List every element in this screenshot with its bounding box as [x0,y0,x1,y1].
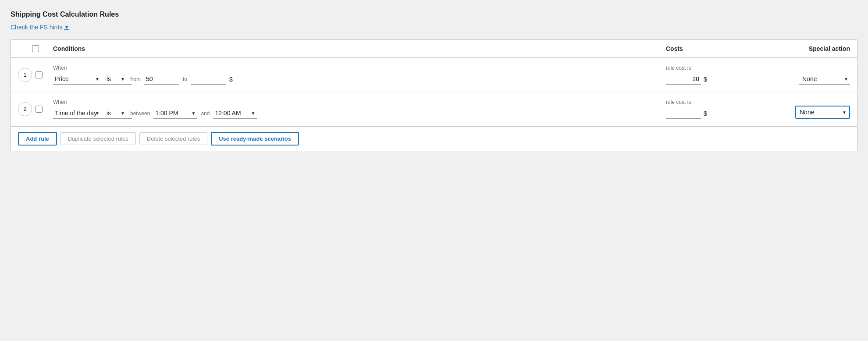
cost-currency-2: $ [704,110,707,117]
when-label-2: When [53,99,666,105]
when-label-1: When [53,65,666,71]
and-label-2: and [201,110,210,117]
condition-controls-1: Price Time of the day Weight ▼ is is not… [53,74,666,85]
rule-2-conditions: When Price Time of the day Weight ▼ is i… [53,99,666,119]
rules-table: Conditions Costs Special action 1 When P… [11,39,857,151]
rule-2-costs: rule cost is $ [666,99,762,119]
add-rule-button[interactable]: Add rule [18,132,57,146]
rule-number-1: 1 [18,68,32,82]
condition-type-wrapper-1: Price Time of the day Weight ▼ [53,74,101,85]
special-action-select-1[interactable]: None Free shipping [799,74,850,85]
costs-controls-1: $ [666,74,762,85]
table-footer: Add rule Duplicate selected rules Delete… [11,126,857,151]
table-header: Conditions Costs Special action [11,40,857,58]
to-value-input-1[interactable] [191,74,226,85]
delete-rules-button[interactable]: Delete selected rules [139,132,207,145]
duplicate-rules-button[interactable]: Duplicate selected rules [60,132,136,145]
rule-cost-label-1: rule cost is [666,65,762,71]
condition-type-select-1[interactable]: Price Time of the day Weight [53,74,107,85]
condition-type-wrapper-2: Price Time of the day Weight ▼ [53,108,101,119]
operator-wrapper-2: is is not ▼ [105,108,127,119]
rule-number-2: 2 [18,102,32,116]
rule-1-conditions: When Price Time of the day Weight ▼ is i… [53,65,666,85]
row-index-area-2: 2 [18,102,53,116]
operator-select-1[interactable]: is is not [105,74,132,85]
from-time-wrapper-2: 12:00 AM 1:00 PM 2:00 PM ▼ [153,108,197,119]
from-value-input-1[interactable] [144,74,179,85]
condition-type-select-2[interactable]: Price Time of the day Weight [53,108,107,119]
from-time-select-2[interactable]: 12:00 AM 1:00 PM 2:00 PM [153,108,197,119]
special-select-wrapper-1: None Free shipping ▼ [799,74,850,85]
rule-1-checkbox[interactable] [36,71,43,78]
condition-controls-2: Price Time of the day Weight ▼ is is not… [53,108,666,119]
header-checkbox-area [18,45,53,52]
page-title: Shipping Cost Calculation Rules [11,11,857,18]
to-time-wrapper-2: 12:00 AM 1:00 PM ▼ [213,108,257,119]
to-label-1: to [183,76,187,82]
rule-cost-label-2: rule cost is [666,99,762,105]
costs-column-header: Costs [666,45,762,52]
rule-1-special-action: None Free shipping ▼ [762,65,850,85]
costs-controls-2: $ [666,108,762,119]
use-scenarios-button[interactable]: Use ready-made scenarios [211,132,299,146]
special-action-select-2[interactable]: None Free shipping [795,106,850,119]
row-index-area-1: 1 [18,68,53,82]
rule-2-special-action: None Free shipping ▼ [762,99,850,119]
rule-1-costs: rule cost is $ [666,65,762,85]
cost-currency-1: $ [704,76,707,83]
fs-hints-text: Check the FS hints [11,24,62,31]
operator-select-2[interactable]: is is not [105,108,132,119]
operator-wrapper-1: is is not ▼ [105,74,127,85]
to-currency-1: $ [229,76,233,83]
rule-row-2: 2 When Price Time of the day Weight ▼ i [11,92,857,126]
special-action-column-header: Special action [762,45,850,52]
cost-value-input-2[interactable] [666,108,701,119]
cost-value-input-1[interactable] [666,74,701,85]
rule-2-checkbox[interactable] [36,106,43,113]
fs-hints-link[interactable]: Check the FS hints ▼ [11,24,69,31]
select-all-checkbox[interactable] [32,45,39,52]
special-select-wrapper-2: None Free shipping ▼ [795,106,850,119]
rule-row-1: 1 When Price Time of the day Weight ▼ i [11,58,857,92]
between-label-2: between [130,110,150,117]
to-time-select-2[interactable]: 12:00 AM 1:00 PM [213,108,257,119]
fs-hints-arrow: ▼ [64,24,69,30]
conditions-column-header: Conditions [53,45,666,52]
